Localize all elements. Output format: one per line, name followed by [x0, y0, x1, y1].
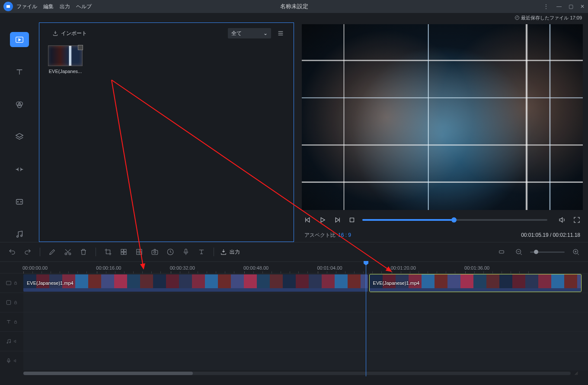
sidebar-tab-overlay[interactable]: [10, 129, 29, 144]
next-frame-button[interactable]: [333, 216, 342, 224]
zoom-fit-button[interactable]: [495, 246, 508, 258]
zoom-out-button[interactable]: [513, 246, 525, 258]
play-button[interactable]: [318, 216, 327, 224]
sidebar-tab-element[interactable]: [10, 194, 29, 210]
timeline-ruler[interactable]: 00:00:00.0000:00:16.0000:00:32.0000:00:4…: [23, 262, 588, 273]
clip-name: EVE(Japanese)1.mp4: [373, 280, 420, 286]
track-head-text[interactable]: [0, 312, 23, 331]
track-head-video[interactable]: [0, 274, 23, 293]
saved-label: 最近保存したファイル: [521, 15, 569, 21]
crop-button[interactable]: [102, 246, 114, 258]
add-to-timeline-icon[interactable]: [78, 45, 83, 50]
svg-point-5: [17, 201, 18, 202]
track-voice: [0, 351, 588, 370]
zoom-in-button[interactable]: [570, 246, 582, 258]
minimize-button[interactable]: —: [556, 3, 562, 10]
svg-point-6: [21, 201, 22, 202]
svg-rect-12: [121, 249, 123, 251]
svg-rect-19: [185, 249, 187, 252]
timeline: 00:00:00.0000:00:16.0000:00:32.0000:00:4…: [0, 262, 588, 376]
track-head-audio[interactable]: [0, 332, 23, 351]
clip-name: EVE(Japanese)1.mp4: [27, 280, 74, 286]
sidebar-tab-text[interactable]: [10, 64, 29, 80]
fullscreen-button[interactable]: [572, 216, 581, 224]
track-head-voice[interactable]: [0, 351, 23, 370]
svg-rect-23: [6, 281, 11, 285]
progress-bar[interactable]: [362, 219, 547, 221]
svg-rect-30: [8, 359, 10, 361]
timeline-clip[interactable]: EVE(Japanese)1.mp4: [370, 274, 582, 292]
snapshot-button[interactable]: [149, 246, 161, 258]
export-label: 出力: [230, 248, 240, 256]
more-icon[interactable]: ⋮: [543, 3, 550, 10]
svg-rect-24: [15, 283, 17, 285]
saved-time: 17:09: [570, 15, 582, 20]
edit-button[interactable]: [46, 246, 58, 258]
grid-button[interactable]: [133, 246, 145, 258]
timeline-scrollbar[interactable]: [0, 370, 588, 376]
sidebar-tab-audio[interactable]: [10, 227, 29, 242]
media-filter-dropdown[interactable]: 全て ⌄: [228, 28, 271, 38]
svg-rect-14: [121, 252, 123, 255]
export-button[interactable]: 出力: [220, 248, 240, 256]
maximize-button[interactable]: ▢: [569, 3, 573, 10]
left-sidebar: [0, 22, 39, 242]
prev-frame-button[interactable]: [304, 216, 312, 224]
time-display: 00:01:05.19 / 00:02:11.18: [521, 232, 580, 238]
chevron-down-icon: ⌄: [263, 30, 268, 36]
stop-button[interactable]: [348, 216, 356, 224]
mosaic-button[interactable]: [118, 246, 130, 258]
menu-output[interactable]: 出力: [60, 3, 70, 10]
svg-point-28: [7, 342, 8, 343]
preview-canvas[interactable]: [302, 24, 583, 210]
saved-check-icon: [515, 16, 519, 20]
timeline-toolbar: 出力: [0, 242, 588, 262]
undo-button[interactable]: [6, 246, 18, 258]
svg-point-17: [154, 251, 156, 254]
track-overlay: [0, 293, 588, 312]
svg-rect-13: [124, 249, 126, 251]
media-item[interactable]: EVE(Japanes...: [47, 45, 83, 74]
track-lane-audio[interactable]: [23, 332, 588, 351]
delete-button[interactable]: [77, 246, 89, 258]
close-button[interactable]: ✕: [580, 3, 585, 10]
track-text: [0, 312, 588, 331]
list-view-button[interactable]: [275, 28, 286, 38]
title-bar: ファイル 編集 出力 ヘルプ 名称未設定 ⋮ — ▢ ✕: [0, 0, 588, 13]
speed-button[interactable]: [164, 246, 176, 258]
import-label: インポート: [61, 30, 87, 37]
app-logo: [3, 2, 13, 11]
media-thumbnail: [48, 45, 83, 66]
menu-file[interactable]: ファイル: [16, 3, 37, 10]
track-lane-voice[interactable]: [23, 351, 588, 370]
cut-button[interactable]: [62, 246, 74, 258]
timeline-clip[interactable]: EVE(Japanese)1.mp4: [23, 274, 368, 292]
sidebar-tab-media[interactable]: [10, 32, 29, 47]
track-lane-text[interactable]: [23, 312, 588, 331]
track-lane-overlay[interactable]: [23, 293, 588, 312]
zoom-slider[interactable]: [530, 251, 565, 253]
svg-rect-15: [124, 252, 126, 255]
status-bar: 最近保存したファイル 17:09: [0, 13, 588, 22]
aspect-label: アスペクト比: [304, 232, 336, 239]
track-lane-video[interactable]: EVE(Japanese)1.mp4EVE(Japanese)1.mp4: [23, 274, 588, 293]
menu-edit[interactable]: 編集: [43, 3, 54, 10]
menu-help[interactable]: ヘルプ: [76, 3, 92, 10]
svg-rect-27: [15, 322, 17, 324]
resize-grip-icon: [573, 370, 579, 376]
sidebar-tab-filter[interactable]: [10, 97, 29, 112]
redo-button[interactable]: [22, 246, 34, 258]
svg-rect-26: [15, 302, 17, 304]
sidebar-tab-transition[interactable]: [10, 162, 29, 177]
aspect-dropdown[interactable]: 16 : 9: [338, 232, 351, 238]
voice-button[interactable]: [180, 246, 192, 258]
volume-button[interactable]: [558, 216, 566, 224]
timeline-playhead[interactable]: [366, 262, 366, 376]
media-panel: インポート 全て ⌄ EVE(Japanes...: [39, 22, 294, 242]
track-head-overlay[interactable]: [0, 293, 23, 312]
media-item-name: EVE(Japanes...: [47, 69, 83, 74]
svg-rect-25: [6, 300, 10, 304]
import-button[interactable]: インポート: [52, 30, 87, 37]
text-tool-button[interactable]: [195, 246, 208, 258]
svg-rect-20: [499, 251, 504, 253]
